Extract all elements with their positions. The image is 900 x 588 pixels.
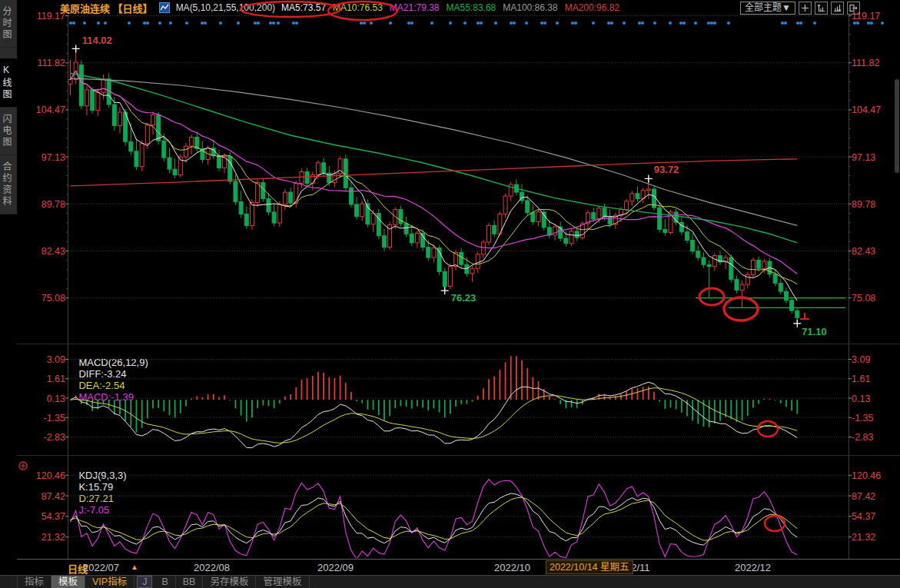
time-axis-label: 2022/12 xyxy=(735,562,771,573)
sidebar-item-contract-info[interactable]: 合约资料 xyxy=(0,155,17,214)
macd-header: MACD(26,12,9) DIFF:-3.24 DEA:-2.54 MACD:… xyxy=(68,345,151,414)
kdj-settings-icon xyxy=(19,462,27,470)
price-axis-label: 89.78 xyxy=(852,199,875,210)
analyst-red-circle xyxy=(699,288,724,305)
theme-selector-button[interactable]: 全部主题▼ xyxy=(740,2,795,15)
macd-name: MACD(26,12,9) xyxy=(78,357,148,368)
price-mark-label: 93.72 xyxy=(654,164,679,175)
tab-B[interactable]: B xyxy=(154,576,175,588)
price-axis-label: 54.37 xyxy=(42,511,65,522)
price-axis-label: -1.35 xyxy=(44,413,66,424)
ma-value: MA5:73.57 xyxy=(281,2,326,13)
price-axis-label: -1.35 xyxy=(852,413,874,424)
price-axis-label: 82.43 xyxy=(852,246,875,257)
price-axis-label: 97.13 xyxy=(852,152,875,163)
price-axis-label: 89.78 xyxy=(42,199,65,210)
price-axis-label: 104.47 xyxy=(852,105,881,115)
ma-value: MA200:96.82 xyxy=(565,2,619,13)
indicator-template-tabbar: 指标模板VIP指标JBBB另存模板管理模板 xyxy=(0,575,900,588)
ma-value: MA55:83.68 xyxy=(447,2,496,13)
price-axis-label: 104.47 xyxy=(36,105,65,115)
price-axis-label: 0.13 xyxy=(47,394,65,404)
mini-kline-icon[interactable] xyxy=(159,2,170,13)
move-crosshair-icon[interactable] xyxy=(799,2,812,15)
sidebar-item-lightning[interactable]: 闪电图 xyxy=(0,108,17,155)
price-axis-label: 3.09 xyxy=(47,354,65,365)
kdj-j-value: J:-7.05 xyxy=(78,504,109,516)
ma-group-label: MA(5,10,21,55,100,200) xyxy=(176,2,275,13)
price-axis-label: 87.42 xyxy=(852,491,875,502)
time-axis-label: 2022/10 xyxy=(494,562,530,573)
price-axis-label: -2.83 xyxy=(44,432,66,443)
time-axis-label: 2022/09 xyxy=(317,562,354,573)
price-axis-label: 87.42 xyxy=(42,491,65,502)
time-axis-bar: 日线 ▲ 2022/072022/082022/092022/1022/1120… xyxy=(0,559,900,576)
price-axis-label: 75.08 xyxy=(852,293,875,304)
sidebar-item-kline[interactable]: K线图 xyxy=(0,58,17,108)
price-axis-label: -2.83 xyxy=(852,432,874,443)
ma-value: MA100:86.38 xyxy=(503,2,557,13)
time-axis-label: 2022/07 xyxy=(83,562,119,573)
price-axis-label: 120.46 xyxy=(36,470,65,481)
tab-指标[interactable]: 指标 xyxy=(17,576,51,588)
price-axis-label: 0.13 xyxy=(852,394,870,404)
kdj-name: KDJ(9,3,3) xyxy=(78,470,126,481)
chart-type-sidebar: 分时图 K线图 闪电图 合约资料 xyxy=(0,0,17,588)
price-axis-label: 111.82 xyxy=(38,58,65,68)
price-axis-label: 111.82 xyxy=(852,58,879,68)
pane-expand-icon[interactable] xyxy=(847,2,860,15)
price-axis-label: 75.08 xyxy=(42,293,65,304)
kdj-k-value: K:15.79 xyxy=(78,481,113,493)
ma-readouts: MA5:73.57MA10:76.53MA21:79.38MA55:83.68M… xyxy=(281,2,619,13)
symbol-title: 美原油连续 【日线】 xyxy=(60,1,153,15)
macd-value: MACD:-1.39 xyxy=(78,391,134,403)
sidebar-item-timeshare[interactable]: 分时图 xyxy=(0,0,17,48)
macd-layer xyxy=(71,356,798,432)
time-axis-label: 2022/08 xyxy=(194,562,230,573)
price-axis-label: 3.09 xyxy=(852,354,870,365)
tab-另存模板[interactable]: 另存模板 xyxy=(203,576,256,588)
chart-header-bar: 美原油连续 【日线】 MA(5,10,21,55,100,200) MA5:73… xyxy=(60,0,619,15)
macd-dea-value: DEA:-2.54 xyxy=(78,380,125,391)
price-mark-label: 76.23 xyxy=(451,292,477,304)
price-mark-label: 114.02 xyxy=(82,35,112,46)
tab-J[interactable]: J xyxy=(137,576,152,588)
candlestick-layer xyxy=(68,48,799,323)
price-axis-label: 54.37 xyxy=(852,511,875,522)
price-axis-label: 120.46 xyxy=(852,470,881,481)
price-axis-label: 97.13 xyxy=(42,152,65,163)
price-axis-label: 21.32 xyxy=(42,532,65,543)
price-axis-label: 21.32 xyxy=(852,532,875,543)
analyst-red-circle xyxy=(758,421,778,437)
tab-管理模板[interactable]: 管理模板 xyxy=(256,576,309,588)
tab-VIP指标[interactable]: VIP指标 xyxy=(85,576,135,588)
axis-scale-left-icon[interactable] xyxy=(815,2,828,15)
app-window: 分时图 K线图 闪电图 合约资料 美原油连续 【日线】 MA(5,10,21,5… xyxy=(0,0,900,588)
axis-scale-right-icon[interactable] xyxy=(831,2,844,15)
crosshair-date-tooltip: 2022/10/14 星期五 xyxy=(546,560,633,574)
price-mark-label: 71.10 xyxy=(802,326,827,337)
price-axis-label: 1.61 xyxy=(852,374,870,384)
ma-value: MA10:76.53 xyxy=(333,2,383,13)
chart-toolbar: 全部主题▼ xyxy=(740,2,860,15)
price-axis-label: 1.61 xyxy=(47,374,65,384)
tab-BB[interactable]: BB xyxy=(176,576,204,588)
period-dropdown-arrow[interactable]: ▲ xyxy=(131,563,138,571)
macd-diff-value: DIFF:-3.24 xyxy=(78,368,126,380)
chart-canvas: 119.17119.17111.82111.82104.47104.4797.1… xyxy=(0,0,900,588)
analyst-red-circle xyxy=(765,516,785,531)
price-axis-label: 82.43 xyxy=(42,246,65,257)
sidebar-items: 分时图 K线图 闪电图 合约资料 xyxy=(0,0,17,214)
ma-value: MA21:79.38 xyxy=(390,2,440,13)
kdj-header: KDJ(9,3,3) K:15.79 D:27.21 J:-7.05 xyxy=(68,458,129,527)
right-scrollbar-thumb[interactable] xyxy=(895,79,899,173)
analyst-red-circle xyxy=(724,297,758,321)
tab-模板[interactable]: 模板 xyxy=(51,576,85,588)
kdj-d-value: D:27.21 xyxy=(78,493,114,504)
